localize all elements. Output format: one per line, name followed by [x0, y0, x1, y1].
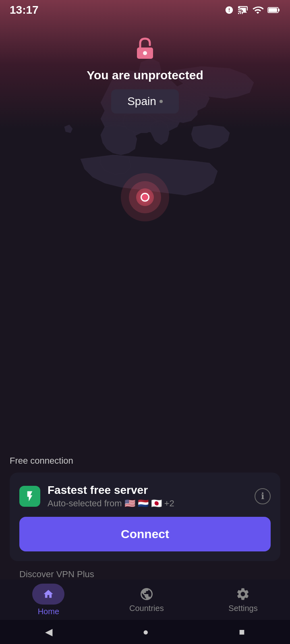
status-time: 13:17 [10, 4, 39, 17]
status-icons [225, 4, 280, 16]
battery-icon [267, 6, 280, 14]
flag-jp: 🇯🇵 [151, 498, 162, 509]
location-dot-indicator [160, 100, 163, 103]
bottom-panel: Free connection Fastest free server Auto… [0, 456, 290, 580]
nav-item-countries[interactable]: Countries [129, 587, 164, 613]
dot-center [141, 193, 149, 202]
header-content: You are unprotected Spain [0, 24, 290, 114]
home-button[interactable]: ● [143, 626, 149, 638]
bottom-nav: Home Countries Settings [0, 580, 290, 620]
lightning-icon-bg [19, 486, 40, 507]
discover-vpn-label: Discover VPN Plus [10, 569, 280, 580]
alert-icon [225, 6, 234, 14]
nav-countries-label: Countries [129, 604, 164, 613]
status-bar: 13:17 [0, 0, 290, 20]
extra-count: +2 [164, 498, 174, 509]
server-card-left: Fastest free server Auto-selected from 🇺… [19, 484, 174, 509]
server-name: Fastest free server [48, 484, 174, 497]
cast-icon [238, 5, 248, 15]
settings-icon [236, 587, 250, 601]
lightning-icon [24, 490, 36, 502]
map-location-pin[interactable] [121, 173, 169, 221]
svg-point-4 [143, 51, 147, 55]
nav-settings-label: Settings [228, 604, 257, 613]
svg-rect-1 [278, 9, 280, 11]
countries-icon [139, 587, 154, 601]
nav-item-home[interactable]: Home [32, 584, 64, 616]
svg-rect-2 [269, 8, 277, 12]
recent-button[interactable]: ■ [239, 626, 245, 638]
server-card-info: Fastest free server Auto-selected from 🇺… [48, 484, 174, 509]
connect-button[interactable]: Connect [19, 517, 271, 551]
location-pill[interactable]: Spain [111, 89, 179, 114]
wifi-icon [252, 4, 263, 16]
nav-home-pill [32, 584, 64, 605]
flag-nl: 🇳🇱 [138, 498, 149, 509]
info-icon: ℹ [261, 491, 264, 502]
flag-us: 🇺🇸 [124, 498, 135, 509]
nav-home-label: Home [38, 607, 59, 616]
home-icon [43, 588, 54, 600]
auto-selected-text: Auto-selected from [48, 498, 122, 509]
server-auto-selected: Auto-selected from 🇺🇸 🇳🇱 🇯🇵 +2 [48, 498, 174, 509]
info-button[interactable]: ℹ [255, 488, 271, 504]
back-button[interactable]: ◀ [45, 626, 52, 638]
unprotected-status-text: You are unprotected [87, 68, 203, 82]
free-connection-label: Free connection [10, 456, 280, 466]
location-name: Spain [127, 95, 156, 108]
lock-icon [133, 36, 157, 62]
nav-item-settings[interactable]: Settings [228, 587, 257, 613]
system-nav: ◀ ● ■ [0, 620, 290, 644]
server-card-header: Fastest free server Auto-selected from 🇺… [19, 484, 271, 509]
server-card: Fastest free server Auto-selected from 🇺… [10, 473, 280, 561]
